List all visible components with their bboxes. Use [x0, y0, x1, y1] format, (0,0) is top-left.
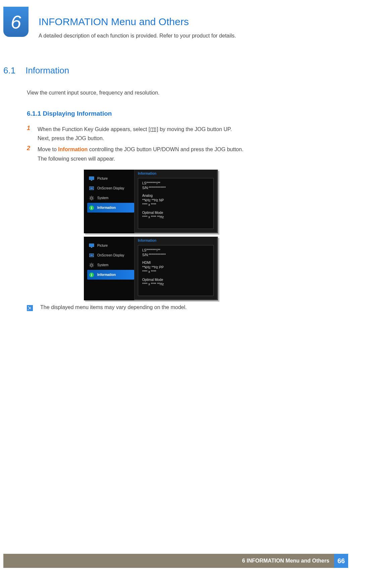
osd-panel-title: Information [135, 170, 217, 177]
step-number: 1 [27, 125, 32, 143]
steps-list: 1 When the Function Key Guide appears, s… [27, 125, 282, 165]
info-line: **kHz **Hz PP [142, 265, 209, 270]
page-number: 66 [334, 554, 348, 568]
info-line: S/N:************* [142, 253, 209, 257]
svg-rect-8 [91, 247, 92, 248]
footer-bar: 6 INFORMATION Menu and Others [3, 554, 334, 568]
monitor-icon [89, 176, 95, 182]
osd-item-label: System [97, 196, 108, 200]
info-line: **** x **** **Hz [142, 215, 209, 220]
chapter-number: 6 [11, 11, 21, 33]
svg-rect-10 [90, 254, 93, 256]
note: The displayed menu items may vary depend… [27, 304, 187, 311]
osd-menu-item-information: i Information [87, 270, 134, 280]
info-line: **kHz **Hz NP [142, 198, 209, 203]
osd-panel-content: LS********/** S/N:************* HDMI **k… [138, 245, 214, 296]
display-icon [89, 252, 95, 258]
svg-point-4 [91, 197, 93, 199]
info-line: Optimal Mode [142, 211, 209, 215]
osd-info-panel: Information LS********/** S/N:**********… [134, 170, 218, 233]
osd-panel-title: Information [135, 237, 217, 244]
osd-menu-item-system: System [87, 260, 134, 270]
osd-item-label: Information [97, 273, 116, 277]
info-line: LS********/** [142, 181, 209, 186]
svg-point-11 [91, 264, 93, 266]
step-2: 2 Move to Information controlling the JO… [27, 145, 282, 163]
section-title: Information [25, 65, 69, 76]
svg-text:i: i [91, 273, 92, 277]
osd-menu-item-picture: Picture [87, 174, 134, 183]
info-icon: i [89, 205, 95, 211]
osd-info-panel: Information LS********/** S/N:**********… [134, 237, 218, 300]
step-text: Move to Information controlling the JOG … [38, 145, 244, 163]
osd-menu-item-picture: Picture [87, 241, 134, 250]
osd-sidebar: Picture OnScreen Display System i Inform… [84, 237, 134, 300]
osd-menu-item-information: i Information [87, 203, 134, 213]
osd-screen: Picture OnScreen Display System i Inform… [84, 170, 218, 233]
section-description: View the current input source, frequency… [27, 90, 160, 96]
info-line: LS********/** [142, 248, 209, 253]
info-line: S/N:************* [142, 186, 209, 190]
section-header: 6.1 Information [3, 65, 69, 76]
osd-item-label: Picture [97, 244, 108, 247]
osd-screenshot-2: Picture OnScreen Display System i Inform… [84, 237, 228, 300]
info-line: Analog [142, 193, 209, 198]
subsection-header: 6.1.1 Displaying Information [27, 110, 112, 117]
info-line: **** x **** [142, 270, 209, 274]
osd-item-label: Picture [97, 177, 108, 180]
osd-panel-content: LS********/** S/N:************* Analog *… [138, 178, 214, 229]
info-line: **** x **** **Hz [142, 282, 209, 287]
osd-sidebar: Picture OnScreen Display System i Inform… [84, 170, 134, 233]
chapter-badge: 6 [3, 7, 29, 37]
svg-rect-1 [91, 180, 92, 181]
svg-rect-3 [90, 187, 93, 189]
note-text: The displayed menu items may vary depend… [40, 304, 187, 310]
svg-rect-0 [89, 177, 94, 180]
monitor-icon [89, 243, 95, 249]
footer-text: 6 INFORMATION Menu and Others [242, 558, 329, 564]
section-number: 6.1 [3, 65, 15, 76]
osd-item-label: System [97, 263, 108, 267]
osd-menu-item-system: System [87, 193, 134, 203]
step-1: 1 When the Function Key Guide appears, s… [27, 125, 282, 143]
highlight-text: Information [58, 146, 88, 152]
gear-icon [89, 262, 95, 268]
osd-screen: Picture OnScreen Display System i Inform… [84, 237, 218, 300]
osd-menu-item-onscreen: OnScreen Display [87, 250, 134, 260]
info-icon: i [89, 272, 95, 278]
osd-item-label: Information [97, 206, 116, 210]
chapter-subtitle: A detailed description of each function … [39, 33, 236, 39]
osd-item-label: OnScreen Display [97, 253, 124, 257]
chapter-title: INFORMATION Menu and Others [39, 16, 189, 27]
info-line: HDMI [142, 260, 209, 265]
svg-text:i: i [91, 206, 92, 210]
info-line: Optimal Mode [142, 278, 209, 282]
osd-item-label: OnScreen Display [97, 186, 124, 190]
menu-icon [151, 128, 156, 132]
svg-rect-7 [89, 244, 94, 247]
gear-icon [89, 195, 95, 201]
osd-menu-item-onscreen: OnScreen Display [87, 183, 134, 193]
step-text: When the Function Key Guide appears, sel… [38, 125, 232, 143]
step-number: 2 [27, 145, 32, 163]
display-icon [89, 185, 95, 191]
note-icon [27, 305, 33, 311]
osd-screenshot-1: Picture OnScreen Display System i Inform… [84, 170, 228, 233]
info-line: **** x **** [142, 202, 209, 207]
